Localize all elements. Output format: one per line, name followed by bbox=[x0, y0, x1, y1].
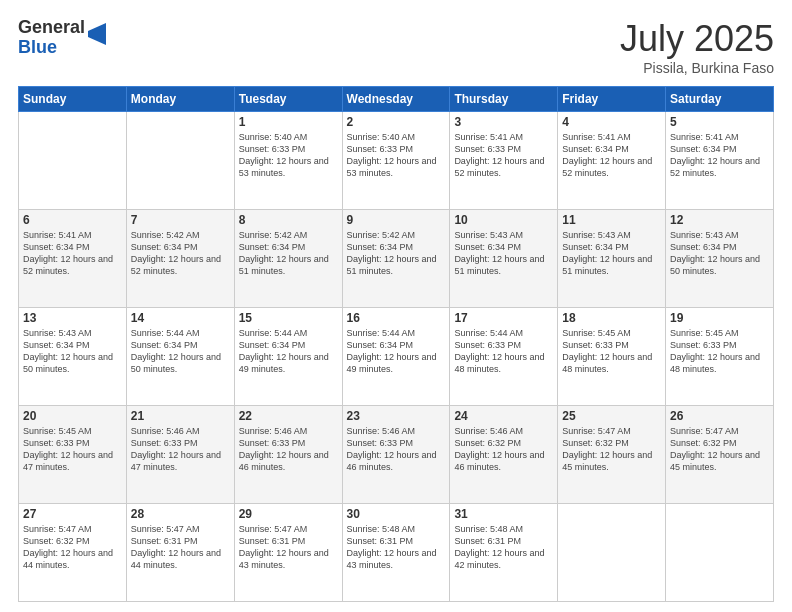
calendar-cell: 14Sunrise: 5:44 AM Sunset: 6:34 PM Dayli… bbox=[126, 308, 234, 406]
calendar-cell: 17Sunrise: 5:44 AM Sunset: 6:33 PM Dayli… bbox=[450, 308, 558, 406]
day-number: 12 bbox=[670, 213, 769, 227]
day-info: Sunrise: 5:46 AM Sunset: 6:32 PM Dayligh… bbox=[454, 426, 544, 472]
calendar-cell: 27Sunrise: 5:47 AM Sunset: 6:32 PM Dayli… bbox=[19, 504, 127, 602]
calendar-cell: 8Sunrise: 5:42 AM Sunset: 6:34 PM Daylig… bbox=[234, 210, 342, 308]
calendar-cell: 9Sunrise: 5:42 AM Sunset: 6:34 PM Daylig… bbox=[342, 210, 450, 308]
day-info: Sunrise: 5:41 AM Sunset: 6:33 PM Dayligh… bbox=[454, 132, 544, 178]
day-number: 29 bbox=[239, 507, 338, 521]
day-info: Sunrise: 5:44 AM Sunset: 6:34 PM Dayligh… bbox=[131, 328, 221, 374]
day-info: Sunrise: 5:40 AM Sunset: 6:33 PM Dayligh… bbox=[347, 132, 437, 178]
weekday-header: Sunday bbox=[19, 87, 127, 112]
day-number: 5 bbox=[670, 115, 769, 129]
calendar-cell: 24Sunrise: 5:46 AM Sunset: 6:32 PM Dayli… bbox=[450, 406, 558, 504]
day-info: Sunrise: 5:45 AM Sunset: 6:33 PM Dayligh… bbox=[23, 426, 113, 472]
logo-general: General bbox=[18, 18, 85, 38]
logo: General Blue bbox=[18, 18, 106, 58]
day-info: Sunrise: 5:47 AM Sunset: 6:32 PM Dayligh… bbox=[23, 524, 113, 570]
calendar-cell: 2Sunrise: 5:40 AM Sunset: 6:33 PM Daylig… bbox=[342, 112, 450, 210]
header: General Blue July 2025 Pissila, Burkina … bbox=[18, 18, 774, 76]
day-info: Sunrise: 5:43 AM Sunset: 6:34 PM Dayligh… bbox=[562, 230, 652, 276]
day-info: Sunrise: 5:44 AM Sunset: 6:34 PM Dayligh… bbox=[347, 328, 437, 374]
title-section: July 2025 Pissila, Burkina Faso bbox=[620, 18, 774, 76]
day-info: Sunrise: 5:46 AM Sunset: 6:33 PM Dayligh… bbox=[239, 426, 329, 472]
calendar-cell: 10Sunrise: 5:43 AM Sunset: 6:34 PM Dayli… bbox=[450, 210, 558, 308]
calendar-cell: 31Sunrise: 5:48 AM Sunset: 6:31 PM Dayli… bbox=[450, 504, 558, 602]
day-number: 2 bbox=[347, 115, 446, 129]
svg-marker-0 bbox=[88, 23, 106, 45]
calendar-cell: 30Sunrise: 5:48 AM Sunset: 6:31 PM Dayli… bbox=[342, 504, 450, 602]
calendar-cell: 29Sunrise: 5:47 AM Sunset: 6:31 PM Dayli… bbox=[234, 504, 342, 602]
calendar-cell: 11Sunrise: 5:43 AM Sunset: 6:34 PM Dayli… bbox=[558, 210, 666, 308]
day-number: 31 bbox=[454, 507, 553, 521]
calendar-cell: 1Sunrise: 5:40 AM Sunset: 6:33 PM Daylig… bbox=[234, 112, 342, 210]
calendar-cell: 4Sunrise: 5:41 AM Sunset: 6:34 PM Daylig… bbox=[558, 112, 666, 210]
weekday-header: Tuesday bbox=[234, 87, 342, 112]
calendar-week-row: 6Sunrise: 5:41 AM Sunset: 6:34 PM Daylig… bbox=[19, 210, 774, 308]
calendar-table: SundayMondayTuesdayWednesdayThursdayFrid… bbox=[18, 86, 774, 602]
day-number: 27 bbox=[23, 507, 122, 521]
day-number: 28 bbox=[131, 507, 230, 521]
calendar-week-row: 1Sunrise: 5:40 AM Sunset: 6:33 PM Daylig… bbox=[19, 112, 774, 210]
location: Pissila, Burkina Faso bbox=[620, 60, 774, 76]
day-number: 1 bbox=[239, 115, 338, 129]
calendar-week-row: 27Sunrise: 5:47 AM Sunset: 6:32 PM Dayli… bbox=[19, 504, 774, 602]
day-number: 11 bbox=[562, 213, 661, 227]
calendar-cell: 21Sunrise: 5:46 AM Sunset: 6:33 PM Dayli… bbox=[126, 406, 234, 504]
day-number: 14 bbox=[131, 311, 230, 325]
day-info: Sunrise: 5:41 AM Sunset: 6:34 PM Dayligh… bbox=[562, 132, 652, 178]
calendar-cell: 19Sunrise: 5:45 AM Sunset: 6:33 PM Dayli… bbox=[666, 308, 774, 406]
day-info: Sunrise: 5:43 AM Sunset: 6:34 PM Dayligh… bbox=[454, 230, 544, 276]
calendar-week-row: 20Sunrise: 5:45 AM Sunset: 6:33 PM Dayli… bbox=[19, 406, 774, 504]
day-number: 3 bbox=[454, 115, 553, 129]
weekday-header: Wednesday bbox=[342, 87, 450, 112]
calendar-cell bbox=[666, 504, 774, 602]
day-number: 16 bbox=[347, 311, 446, 325]
day-info: Sunrise: 5:45 AM Sunset: 6:33 PM Dayligh… bbox=[562, 328, 652, 374]
day-number: 13 bbox=[23, 311, 122, 325]
day-number: 17 bbox=[454, 311, 553, 325]
calendar-header-row: SundayMondayTuesdayWednesdayThursdayFrid… bbox=[19, 87, 774, 112]
day-info: Sunrise: 5:45 AM Sunset: 6:33 PM Dayligh… bbox=[670, 328, 760, 374]
day-number: 10 bbox=[454, 213, 553, 227]
calendar-cell: 16Sunrise: 5:44 AM Sunset: 6:34 PM Dayli… bbox=[342, 308, 450, 406]
day-info: Sunrise: 5:44 AM Sunset: 6:33 PM Dayligh… bbox=[454, 328, 544, 374]
day-info: Sunrise: 5:41 AM Sunset: 6:34 PM Dayligh… bbox=[23, 230, 113, 276]
calendar-cell: 15Sunrise: 5:44 AM Sunset: 6:34 PM Dayli… bbox=[234, 308, 342, 406]
day-number: 9 bbox=[347, 213, 446, 227]
page: General Blue July 2025 Pissila, Burkina … bbox=[0, 0, 792, 612]
day-info: Sunrise: 5:46 AM Sunset: 6:33 PM Dayligh… bbox=[131, 426, 221, 472]
day-info: Sunrise: 5:41 AM Sunset: 6:34 PM Dayligh… bbox=[670, 132, 760, 178]
calendar-cell: 25Sunrise: 5:47 AM Sunset: 6:32 PM Dayli… bbox=[558, 406, 666, 504]
day-info: Sunrise: 5:47 AM Sunset: 6:31 PM Dayligh… bbox=[239, 524, 329, 570]
logo-icon bbox=[88, 23, 106, 45]
day-number: 20 bbox=[23, 409, 122, 423]
calendar-cell: 12Sunrise: 5:43 AM Sunset: 6:34 PM Dayli… bbox=[666, 210, 774, 308]
day-info: Sunrise: 5:47 AM Sunset: 6:32 PM Dayligh… bbox=[562, 426, 652, 472]
day-info: Sunrise: 5:47 AM Sunset: 6:31 PM Dayligh… bbox=[131, 524, 221, 570]
calendar-cell: 3Sunrise: 5:41 AM Sunset: 6:33 PM Daylig… bbox=[450, 112, 558, 210]
calendar-cell bbox=[558, 504, 666, 602]
calendar-cell: 18Sunrise: 5:45 AM Sunset: 6:33 PM Dayli… bbox=[558, 308, 666, 406]
calendar-cell: 5Sunrise: 5:41 AM Sunset: 6:34 PM Daylig… bbox=[666, 112, 774, 210]
day-number: 7 bbox=[131, 213, 230, 227]
logo-blue: Blue bbox=[18, 38, 85, 58]
day-number: 30 bbox=[347, 507, 446, 521]
day-info: Sunrise: 5:42 AM Sunset: 6:34 PM Dayligh… bbox=[131, 230, 221, 276]
day-info: Sunrise: 5:42 AM Sunset: 6:34 PM Dayligh… bbox=[239, 230, 329, 276]
day-info: Sunrise: 5:44 AM Sunset: 6:34 PM Dayligh… bbox=[239, 328, 329, 374]
day-info: Sunrise: 5:42 AM Sunset: 6:34 PM Dayligh… bbox=[347, 230, 437, 276]
calendar-cell: 6Sunrise: 5:41 AM Sunset: 6:34 PM Daylig… bbox=[19, 210, 127, 308]
day-number: 19 bbox=[670, 311, 769, 325]
day-number: 21 bbox=[131, 409, 230, 423]
day-info: Sunrise: 5:43 AM Sunset: 6:34 PM Dayligh… bbox=[670, 230, 760, 276]
day-number: 26 bbox=[670, 409, 769, 423]
day-number: 18 bbox=[562, 311, 661, 325]
calendar-cell: 26Sunrise: 5:47 AM Sunset: 6:32 PM Dayli… bbox=[666, 406, 774, 504]
day-info: Sunrise: 5:47 AM Sunset: 6:32 PM Dayligh… bbox=[670, 426, 760, 472]
calendar-cell: 28Sunrise: 5:47 AM Sunset: 6:31 PM Dayli… bbox=[126, 504, 234, 602]
day-info: Sunrise: 5:48 AM Sunset: 6:31 PM Dayligh… bbox=[454, 524, 544, 570]
calendar-cell: 13Sunrise: 5:43 AM Sunset: 6:34 PM Dayli… bbox=[19, 308, 127, 406]
day-info: Sunrise: 5:48 AM Sunset: 6:31 PM Dayligh… bbox=[347, 524, 437, 570]
weekday-header: Thursday bbox=[450, 87, 558, 112]
day-number: 8 bbox=[239, 213, 338, 227]
